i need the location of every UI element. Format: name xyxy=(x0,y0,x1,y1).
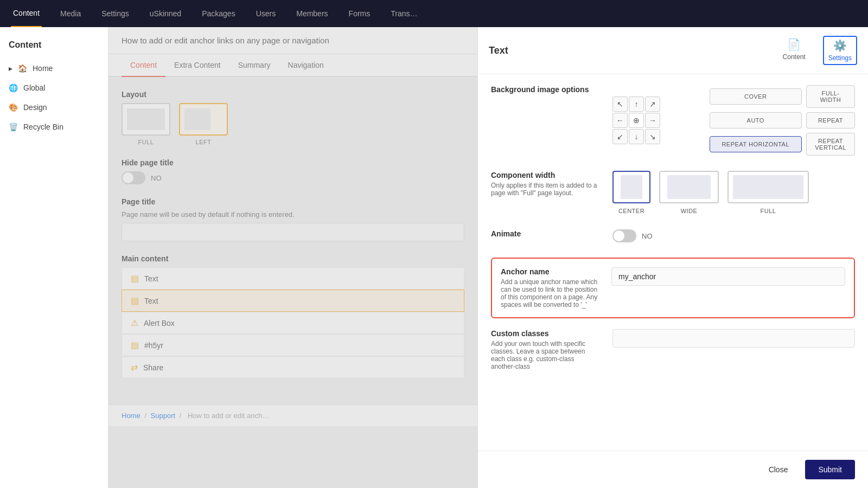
list-item-label-1: Text xyxy=(144,274,158,283)
arrow-bottomleft[interactable]: ↙ xyxy=(612,129,628,144)
bg-option-repeat-vertical[interactable]: REPEAT VERTICAL xyxy=(806,133,855,156)
list-item-h5yr[interactable]: ▤ #h5yr xyxy=(122,334,464,356)
breadcrumb-sep-2: / xyxy=(180,412,183,420)
panel-content-tab[interactable]: 📄 Content xyxy=(778,36,810,65)
nav-users[interactable]: Users xyxy=(254,0,278,27)
layout-option-left[interactable]: LEFT xyxy=(179,103,228,145)
arrow-right[interactable]: → xyxy=(645,113,660,128)
sidebar-item-recycle-bin[interactable]: 🗑️ Recycle Bin xyxy=(0,117,108,137)
page-title-input[interactable] xyxy=(122,223,464,241)
custom-classes-input-col xyxy=(612,329,855,348)
animate-toggle[interactable] xyxy=(612,229,636,242)
list-item-label-2: Text xyxy=(144,297,158,305)
width-box-full[interactable] xyxy=(727,171,809,203)
anchor-label-col: Anchor name Add a unique anchor name whi… xyxy=(501,267,598,309)
nav-forms[interactable]: Forms xyxy=(347,0,373,27)
width-option-center[interactable]: CENTER xyxy=(612,171,650,214)
layout-box-left[interactable] xyxy=(179,103,228,136)
design-icon: 🎨 xyxy=(9,103,18,112)
main-content-label: Main content xyxy=(122,254,464,263)
custom-classes-row: Custom classes Add your own touch with s… xyxy=(491,329,855,370)
width-box-center[interactable] xyxy=(612,171,650,203)
arrow-left[interactable]: ← xyxy=(612,113,628,128)
page-header: How to add or edit anchor links on any p… xyxy=(108,27,477,54)
custom-classes-sub: Add your own touch with specific classes… xyxy=(491,340,599,370)
right-panel: Text 📄 Content ⚙️ Settings Background im… xyxy=(477,27,868,488)
tab-extra-content[interactable]: Extra Content xyxy=(165,54,229,77)
panel-title: Text xyxy=(489,45,508,56)
width-options-list: CENTER WIDE FULL xyxy=(612,171,855,214)
width-box-wide[interactable] xyxy=(659,171,719,203)
alert-icon: ⚠ xyxy=(131,318,138,328)
bg-option-auto[interactable]: AUTO xyxy=(710,112,802,129)
list-item-share[interactable]: ⇄ Share xyxy=(122,356,464,378)
arrow-bottomright[interactable]: ↘ xyxy=(645,129,660,144)
width-option-wide[interactable]: WIDE xyxy=(659,171,719,214)
breadcrumb-home[interactable]: Home xyxy=(122,412,141,420)
bg-image-label: Background image options xyxy=(491,85,599,94)
nav-content[interactable]: Content xyxy=(11,0,42,27)
content-list: ▤ Text ▤ Text ⚠ Alert Box ▤ #h5yr xyxy=(122,267,464,378)
main-content-field: Main content ▤ Text ▤ Text ⚠ Alert Box xyxy=(122,254,464,378)
trash-icon: 🗑️ xyxy=(9,123,18,131)
bg-option-cover[interactable]: COVER xyxy=(710,88,802,105)
width-options: CENTER WIDE FULL xyxy=(612,171,855,214)
anchor-name-input[interactable] xyxy=(611,267,845,286)
component-width-sub: Only applies if this item is added to a … xyxy=(491,182,599,197)
sidebar-label-design: Design xyxy=(23,103,47,112)
sidebar: Content ▸ 🏠 Home 🌐 Global 🎨 Design 🗑️ Re… xyxy=(0,27,108,488)
arrow-down[interactable]: ↓ xyxy=(629,129,644,144)
sidebar-item-global[interactable]: 🌐 Global xyxy=(0,78,108,98)
arrow-topright[interactable]: ↗ xyxy=(645,97,660,112)
global-icon: 🌐 xyxy=(9,84,18,92)
animate-toggle-label: NO xyxy=(642,232,653,240)
tab-navigation[interactable]: Navigation xyxy=(279,54,333,77)
nav-uskinned[interactable]: uSkinned xyxy=(148,0,183,27)
bg-option-repeat-horizontal[interactable]: REPEAT HORIZONTAL xyxy=(710,136,802,152)
panel-header-actions: 📄 Content ⚙️ Settings xyxy=(778,36,857,65)
list-item-text-2[interactable]: ▤ Text xyxy=(122,290,464,312)
tab-summary[interactable]: Summary xyxy=(229,54,279,77)
animate-control: NO xyxy=(612,229,855,242)
bg-option-full-width[interactable]: FULL-WIDTH xyxy=(806,85,855,108)
layout-label-left: LEFT xyxy=(196,139,212,145)
arrow-center[interactable]: ⊕ xyxy=(629,113,644,128)
tab-content[interactable]: Content xyxy=(122,54,165,77)
arrow-topleft[interactable]: ↖ xyxy=(612,97,628,112)
breadcrumb-support[interactable]: Support xyxy=(151,412,176,420)
page-title-field: Page title Page name will be used by def… xyxy=(122,197,464,241)
layout-label-full: FULL xyxy=(138,139,154,145)
panel-body: Background image options COVER FULL-WIDT… xyxy=(478,74,868,451)
component-width-label-col: Component width Only applies if this ite… xyxy=(491,171,599,197)
bg-image-controls: COVER FULL-WIDTH ↖ ↑ ↗ ← ⊕ → ↙ ↓ ↘ xyxy=(612,85,855,156)
list-item-text-1[interactable]: ▤ Text xyxy=(122,267,464,290)
sidebar-item-home[interactable]: ▸ 🏠 Home xyxy=(0,59,108,78)
layout-box-full[interactable] xyxy=(122,103,170,136)
nav-trans[interactable]: Trans… xyxy=(388,0,419,27)
anchor-name-label: Anchor name xyxy=(501,267,598,276)
text-icon-1: ▤ xyxy=(131,273,139,284)
nav-packages[interactable]: Packages xyxy=(200,0,237,27)
arrow-up[interactable]: ↑ xyxy=(629,97,644,112)
h5yr-icon: ▤ xyxy=(131,340,139,350)
sidebar-title: Content xyxy=(0,36,108,59)
content-tabs: Content Extra Content Summary Navigation xyxy=(108,54,477,77)
panel-settings-tab[interactable]: ⚙️ Settings xyxy=(823,36,857,65)
hide-title-toggle[interactable] xyxy=(122,171,145,184)
nav-members[interactable]: Members xyxy=(294,0,330,27)
close-button[interactable]: Close xyxy=(758,460,799,479)
width-label-full: FULL xyxy=(761,208,776,214)
layout-field: Layout FULL LEFT xyxy=(122,90,464,145)
submit-button[interactable]: Submit xyxy=(805,460,855,479)
sidebar-item-design[interactable]: 🎨 Design xyxy=(0,98,108,117)
width-option-full[interactable]: FULL xyxy=(727,171,809,214)
panel-footer: Close Submit xyxy=(478,451,868,488)
list-item-alert[interactable]: ⚠ Alert Box xyxy=(122,312,464,334)
bg-option-repeat[interactable]: REPEAT xyxy=(806,112,855,129)
custom-classes-input[interactable] xyxy=(612,329,855,348)
breadcrumb: Home / Support / How to add or edit anch… xyxy=(108,404,477,426)
nav-settings[interactable]: Settings xyxy=(99,0,131,27)
nav-media[interactable]: Media xyxy=(58,0,83,27)
layout-option-full[interactable]: FULL xyxy=(122,103,170,145)
sidebar-label-recycle-bin: Recycle Bin xyxy=(23,123,63,131)
